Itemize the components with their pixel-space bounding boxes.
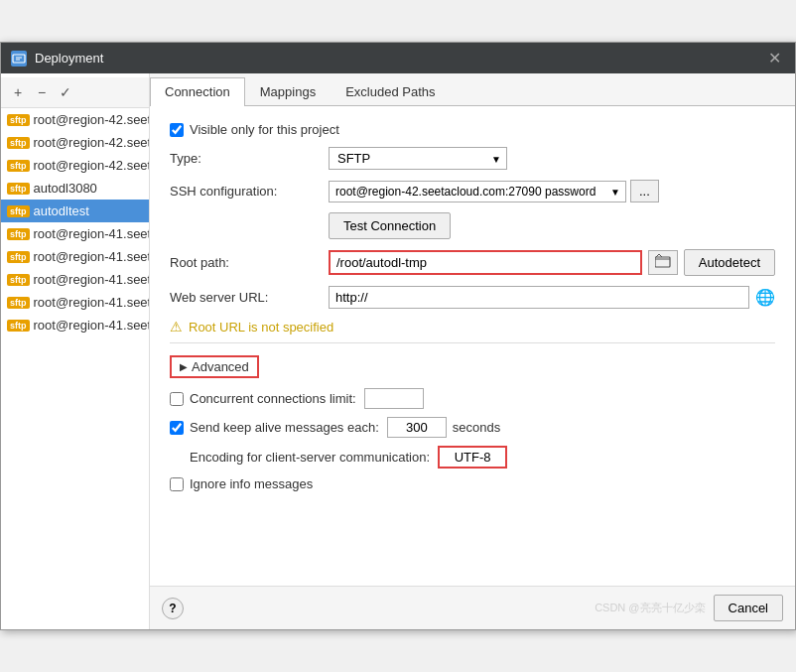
tab-excluded-paths[interactable]: Excluded Paths [331,77,450,105]
encoding-row: Encoding for client-server communication… [170,446,775,469]
warning-icon: ⚠ [170,319,183,335]
connection-content: Visible only for this project Type: SFTP… [150,106,795,586]
divider [170,342,775,343]
sidebar: + − ✓ sftp root@region-42.seetac... sftp… [1,73,150,629]
sidebar-item-label: root@region-41.seetac... [34,272,150,287]
ssh-label: SSH configuration: [170,184,329,199]
keepalive-unit: seconds [453,420,500,435]
title-bar: Deployment ✕ [1,43,795,73]
test-connection-button[interactable]: Test Connection [329,212,451,239]
watermark-text: CSDN @亮亮十亿少栾 [595,601,705,615]
advanced-label: Advanced [192,359,249,374]
visible-checkbox[interactable] [170,123,184,137]
close-button[interactable]: ✕ [764,49,785,67]
sftp-icon: sftp [7,228,30,240]
visible-row: Visible only for this project [170,122,775,137]
sidebar-item[interactable]: sftp root@region-42.seetac... [1,108,149,131]
advanced-header[interactable]: ▶ Advanced [170,355,259,378]
sidebar-item[interactable]: sftp root@region-42.seetac... [1,154,149,177]
keepalive-checkbox[interactable] [170,421,184,435]
type-select[interactable]: SFTP FTP Local or mounted folder [329,147,507,170]
sftp-icon: sftp [7,137,30,149]
sidebar-item[interactable]: sftp root@region-41.seetac... [1,291,149,314]
sidebar-item[interactable]: sftp autodl3080 [1,177,149,200]
tab-connection[interactable]: Connection [150,77,245,106]
globe-icon: 🌐 [755,288,775,307]
type-label: Type: [170,151,329,166]
footer: ? CSDN @亮亮十亿少栾 Cancel OK [150,586,795,629]
sidebar-item-label: root@region-42.seetac... [34,112,150,127]
sidebar-item[interactable]: sftp root@region-42.seetac... [1,131,149,154]
ssh-controls: root@region-42.seetacloud.com:27090 pass… [329,180,659,202]
autodetect-button[interactable]: Autodetect [684,249,775,276]
dialog-body: + − ✓ sftp root@region-42.seetac... sftp… [1,73,795,629]
tab-bar: Connection Mappings Excluded Paths [150,73,795,106]
concurrent-checkbox[interactable] [170,392,184,406]
root-path-input[interactable] [329,250,642,275]
sidebar-item-label: root@region-41.seetac... [34,295,150,310]
sidebar-item-label: root@region-42.seetac... [34,158,150,173]
test-connection-row: Test Connection [170,212,775,239]
root-path-controls: Autodetect [329,249,775,276]
web-server-input[interactable] [329,286,749,309]
web-server-row: Web server URL: 🌐 [170,286,775,309]
sidebar-item-autodltest[interactable]: sftp autodltest [1,200,149,222]
root-path-row: Root path: Autodetect [170,249,775,276]
sidebar-item[interactable]: sftp root@region-41.seetac... [1,268,149,291]
web-server-label: Web server URL: [170,290,329,305]
sidebar-toolbar: + − ✓ [1,77,149,108]
sidebar-item-label: autodl3080 [34,181,97,196]
sidebar-item[interactable]: sftp root@region-41.seetac... [1,314,149,336]
type-row: Type: SFTP FTP Local or mounted folder ▼ [170,147,775,170]
warning-row: ⚠ Root URL is not specified [170,319,775,335]
main-panel: Connection Mappings Excluded Paths Visib… [150,73,795,629]
sidebar-item-label: root@region-41.seetacl... [34,226,150,241]
sftp-icon: sftp [7,274,30,286]
deployment-dialog: Deployment ✕ + − ✓ sftp root@region-42.s… [0,42,796,630]
footer-info: ? CSDN @亮亮十亿少栾 [162,598,706,619]
sftp-icon: sftp [7,251,30,263]
keepalive-input[interactable] [387,417,447,438]
keepalive-label: Send keep alive messages each: [190,420,379,435]
remove-button[interactable]: − [31,81,53,103]
concurrent-input[interactable] [364,388,424,409]
encoding-label: Encoding for client-server communication… [190,450,430,465]
sidebar-item-label: root@region-42.seetac... [34,135,150,150]
advanced-section: ▶ Advanced Concurrent connections limit:… [170,351,775,503]
visible-label: Visible only for this project [190,122,339,137]
sftp-icon: sftp [7,297,30,309]
sidebar-item-label: root@region-41.seetac... [34,249,150,264]
encoding-input[interactable] [438,446,507,469]
help-button[interactable]: ? [162,598,184,619]
ignore-row: Ignore info messages [170,476,775,491]
ignore-label: Ignore info messages [190,476,313,491]
ssh-select[interactable]: root@region-42.seetacloud.com:27090 pass… [329,181,626,202]
root-path-label: Root path: [170,255,329,270]
check-button[interactable]: ✓ [55,81,76,103]
ssh-select-wrapper: root@region-42.seetacloud.com:27090 pass… [329,181,626,202]
chevron-right-icon: ▶ [180,361,188,372]
cancel-button[interactable]: Cancel [714,595,783,621]
sidebar-item[interactable]: sftp root@region-41.seetacl... [1,222,149,245]
sftp-icon: sftp [7,183,30,195]
tab-mappings[interactable]: Mappings [245,77,331,105]
folder-icon-button[interactable] [648,250,678,275]
sidebar-item-label: root@region-41.seetac... [34,318,150,333]
ignore-checkbox[interactable] [170,477,184,491]
sidebar-item[interactable]: sftp root@region-41.seetac... [1,245,149,268]
sidebar-item-label: autodltest [34,203,89,218]
add-button[interactable]: + [7,81,29,103]
sftp-icon: sftp [7,160,30,172]
ssh-row: SSH configuration: root@region-42.seetac… [170,180,775,202]
sftp-icon: sftp [7,320,30,332]
keepalive-row: Send keep alive messages each: seconds [170,417,775,438]
svg-rect-0 [13,55,25,63]
sftp-icon: sftp [7,114,30,126]
concurrent-row: Concurrent connections limit: [170,388,775,409]
ssh-ellipsis-button[interactable]: ... [630,180,659,202]
warning-text: Root URL is not specified [189,320,333,335]
dialog-title: Deployment [35,51,764,66]
type-select-wrapper: SFTP FTP Local or mounted folder ▼ [329,147,507,170]
dialog-icon [11,51,27,67]
sftp-icon: sftp [7,205,30,217]
